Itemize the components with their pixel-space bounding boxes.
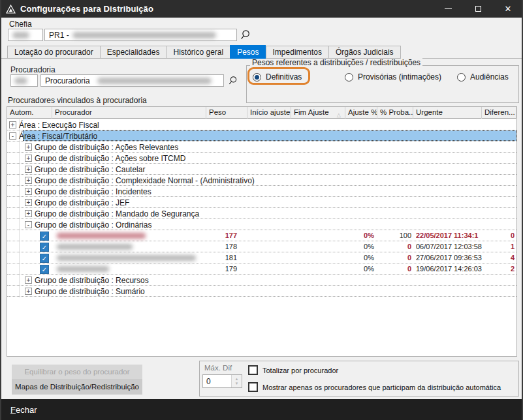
- expand-icon[interactable]: +: [25, 210, 32, 217]
- cell-proba: 100: [373, 232, 411, 239]
- collapse-icon[interactable]: -: [25, 221, 32, 228]
- radio-label: Audiências: [470, 72, 509, 82]
- autom-checkbox-checked[interactable]: ✓: [40, 254, 49, 263]
- tab-lotacao-do-procurador[interactable]: Lotação do procurador: [7, 46, 100, 59]
- chefia-name-field[interactable]: PR1 -: [44, 29, 237, 41]
- fechar-label: Fechar: [10, 405, 37, 415]
- expand-icon[interactable]: +: [25, 277, 32, 284]
- expand-icon[interactable]: +: [25, 177, 32, 184]
- redacted-text: [97, 78, 212, 84]
- group-row-grupo-de-distribuicao-ordinarias[interactable]: -Grupo de distribuição : Ordinárias: [7, 219, 516, 230]
- expand-icon[interactable]: +: [25, 199, 32, 206]
- procuradoria-code-field[interactable]: [10, 74, 38, 87]
- tab-orgaos-judiciais[interactable]: Órgãos Judiciais: [328, 46, 401, 59]
- expand-icon[interactable]: +: [25, 155, 32, 162]
- group-row-grupo-de-distribuicao-complexidade-normal-administrativo[interactable]: +Grupo de distribuição : Complexidade No…: [7, 175, 516, 186]
- procuradoria-search-icon[interactable]: [228, 76, 238, 85]
- cell-proba: 0: [373, 243, 411, 250]
- autom-checkbox-checked[interactable]: ✓: [40, 232, 49, 241]
- column-header-procurador[interactable]: Procurador: [52, 107, 206, 119]
- group-row-grupo-de-distribuicao-jef[interactable]: +Grupo de distribuição : JEF: [7, 197, 516, 208]
- group-row-area-fiscal-tributario[interactable]: -Área : Fiscal/Tributário: [7, 130, 516, 142]
- procuradores-table-body: +Área : Execução Fiscal-Área : Fiscal/Tr…: [7, 119, 516, 297]
- column-header-fim-ajuste[interactable]: Fim Ajuste△: [291, 107, 345, 119]
- maximize-button[interactable]: [463, 0, 493, 18]
- radio-audiencias[interactable]: Audiências: [457, 71, 509, 83]
- cell-diferen: 2: [464, 265, 515, 273]
- equilibrar-peso-button[interactable]: Equilibrar o peso do procurador: [12, 365, 142, 379]
- mostrar-apenas-checkbox[interactable]: [248, 382, 258, 392]
- column-header-proba[interactable]: % Proba...: [377, 107, 413, 119]
- group-row-grupo-de-distribuicao-cautelar[interactable]: +Grupo de distribuição : Cautelar: [7, 164, 516, 175]
- max-dif-spinner[interactable]: 0 ▲▼: [202, 374, 242, 388]
- radio-definitivas[interactable]: Definitivas: [253, 71, 302, 83]
- chefia-code-field[interactable]: [8, 29, 43, 41]
- autom-checkbox-checked[interactable]: ✓: [40, 243, 49, 252]
- group-row-grupo-de-distribuicao-acoes-sobre-itcmd[interactable]: +Grupo de distribuição : Ações sobre ITC…: [7, 153, 516, 164]
- procurador-row[interactable]: ✓1810%027/06/2017 09:36:534: [7, 252, 516, 263]
- procuradoria-value: Procuradoria: [45, 76, 90, 85]
- tab-especialidades[interactable]: Especialidades: [100, 46, 166, 59]
- tab-pesos[interactable]: Pesos: [230, 45, 265, 59]
- cell-peso: 178: [199, 243, 237, 250]
- radio-provisorias-intimacoes[interactable]: Provisórias (intimações): [345, 71, 441, 83]
- spinner-arrows[interactable]: ▲▼: [231, 375, 242, 387]
- expand-icon[interactable]: +: [25, 166, 32, 173]
- procurador-row[interactable]: ✓1780%006/07/2017 12:03:581: [7, 241, 516, 252]
- table-caption: Procuradores vinculados à procuradoria: [8, 96, 147, 105]
- column-header-diferen[interactable]: Diferen...: [482, 107, 516, 119]
- cell-peso: 179: [199, 265, 237, 273]
- expand-icon[interactable]: +: [25, 143, 32, 151]
- procurador-row[interactable]: ✓1790%019/06/2017 14:26:032: [7, 263, 516, 275]
- group-row-grupo-de-distribuicao-recursos[interactable]: +Grupo de distribuição : Recursos: [7, 275, 516, 286]
- expand-icon[interactable]: +: [25, 288, 32, 295]
- tab-strip: Lotação do procuradorEspecialidadesHistó…: [7, 45, 401, 59]
- redacted-text: [12, 32, 29, 38]
- mostrar-apenas-label: Mostrar apenas os procuradores que parti…: [262, 383, 501, 391]
- tab-impedimentos[interactable]: Impedimentos: [266, 46, 328, 59]
- procuradoria-name-field[interactable]: Procuradoria: [40, 74, 224, 87]
- group-row-label: Área : Fiscal/Tributário: [19, 132, 97, 141]
- totalizar-checkbox[interactable]: [248, 365, 258, 375]
- mapas-distribuicao-button[interactable]: Mapas de Distribuição/Redistribuição: [12, 379, 142, 395]
- minimize-button[interactable]: [433, 0, 463, 18]
- group-row-area-execucao-fiscal[interactable]: +Área : Execução Fiscal: [7, 119, 516, 130]
- autom-checkbox-checked[interactable]: ✓: [40, 265, 49, 274]
- procurador-row[interactable]: ✓1770%10022/05/2017 11:34:10: [7, 230, 516, 241]
- title-bar[interactable]: Configurações para Distribuição ✕: [0, 0, 523, 18]
- pesos-group-title: Pesos referentes a distribuições / redis…: [250, 58, 422, 67]
- group-row-label: Grupo de distribuição : Recursos: [35, 276, 149, 285]
- column-header-ajuste[interactable]: Ajuste %: [345, 107, 377, 119]
- group-row-grupo-de-distribuicao-incidentes[interactable]: +Grupo de distribuição : Incidentes: [7, 186, 516, 197]
- close-icon: ✕: [505, 5, 512, 13]
- fechar-button[interactable]: Fechar: [0, 399, 523, 420]
- procuradoria-label: Procuradoria: [10, 65, 55, 74]
- group-row-label: Grupo de distribuição : Ações Relevantes: [35, 143, 178, 152]
- expand-icon[interactable]: +: [25, 188, 32, 195]
- column-header-urgente[interactable]: Urgente: [413, 107, 482, 119]
- expand-icon[interactable]: +: [9, 121, 16, 128]
- column-header-peso[interactable]: Peso: [206, 107, 247, 119]
- spin-down-icon[interactable]: ▼: [235, 382, 239, 386]
- tab-historico-geral[interactable]: Histórico geral: [166, 46, 230, 59]
- group-row-grupo-de-distribuicao-acoes-relevantes[interactable]: +Grupo de distribuição : Ações Relevante…: [7, 142, 516, 153]
- totalizar-label: Totalizar por procurador: [262, 367, 338, 374]
- close-button[interactable]: ✕: [493, 0, 523, 18]
- group-row-grupo-de-distribuicao-mandado-de-seguranca[interactable]: +Grupo de distribuição : Mandado de Segu…: [7, 208, 516, 219]
- cell-ajuste: 0%: [321, 265, 374, 273]
- radio-unselected-icon: [345, 73, 353, 82]
- group-row-label: Grupo de distribuição : Incidentes: [35, 187, 151, 196]
- chefia-label: Chefia: [9, 20, 32, 29]
- redacted-text: [14, 78, 27, 84]
- chefia-search-icon[interactable]: [240, 29, 251, 40]
- cell-proba: 0: [373, 254, 411, 262]
- group-row-grupo-de-distribuicao-sumario[interactable]: +Grupo de distribuição : Sumário: [7, 286, 516, 297]
- spin-up-icon[interactable]: ▲: [235, 377, 239, 382]
- cell-diferen: 4: [464, 254, 515, 262]
- column-header-autom[interactable]: Autom.: [7, 107, 52, 119]
- chefia-value: PR1 -: [49, 31, 69, 40]
- collapse-icon[interactable]: -: [9, 132, 16, 140]
- group-row-label: Grupo de distribuição : Cautelar: [35, 165, 145, 174]
- column-header-inicio-ajuste[interactable]: Início ajuste: [247, 107, 291, 119]
- max-dif-label: Máx. Dif: [204, 364, 232, 372]
